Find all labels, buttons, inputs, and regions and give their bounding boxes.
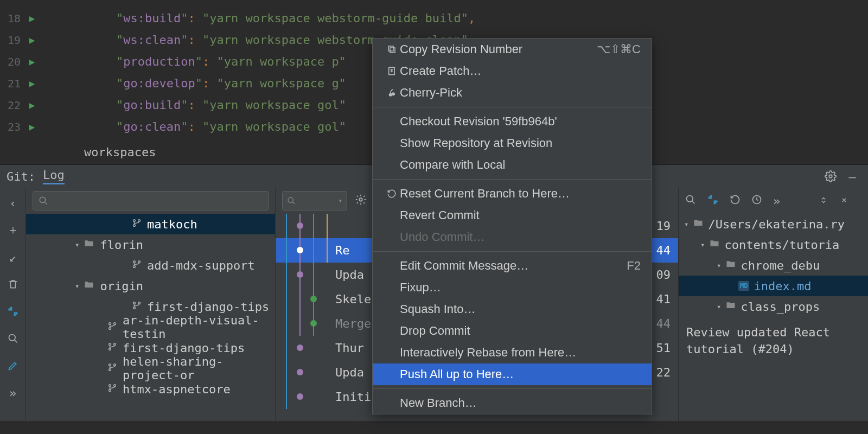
commit-time: 09: [649, 268, 678, 282]
branch-folder[interactable]: ▾florin: [26, 234, 275, 255]
branch-search-input[interactable]: [33, 191, 269, 210]
chevron-down-icon[interactable]: ▾: [75, 282, 79, 290]
commit-search-input[interactable]: ▾: [282, 191, 347, 210]
file-tree-folder[interactable]: ▾class_props: [679, 296, 868, 317]
branch-icon: [132, 258, 142, 272]
code-line[interactable]: 18▶"ws:build": "yarn workspace webstorm-…: [0, 8, 868, 29]
run-gutter-icon[interactable]: ▶: [24, 73, 40, 94]
minimize-icon[interactable]: —: [843, 167, 861, 186]
svg-point-25: [359, 198, 362, 201]
file-tree-label: index.md: [754, 279, 811, 293]
commit-time: 51: [649, 341, 678, 355]
menu-item[interactable]: Edit Commit Message…F2: [373, 255, 652, 277]
menu-item[interactable]: Create Patch…: [373, 60, 652, 82]
svg-point-59: [389, 93, 392, 97]
branch-item[interactable]: ar-in-depth-visual-testin: [26, 317, 275, 337]
details-history-icon[interactable]: [751, 194, 762, 208]
menu-label: Create Patch…: [400, 64, 641, 78]
file-tree-folder[interactable]: ▾/Users/ekaterina.ry: [679, 214, 868, 234]
svg-point-47: [310, 320, 317, 327]
line-number: 21: [0, 73, 24, 94]
branch-folder[interactable]: ▾origin: [26, 276, 275, 296]
git-log-tab[interactable]: Log: [43, 168, 65, 184]
collapse-all-icon[interactable]: [841, 194, 851, 208]
menu-item[interactable]: Compare with Local: [373, 154, 652, 176]
compare-icon[interactable]: [3, 302, 23, 321]
back-icon[interactable]: ‹: [3, 193, 23, 213]
more-icon[interactable]: »: [3, 383, 23, 403]
chevron-down-icon[interactable]: ▾: [700, 240, 705, 249]
undo-icon: [384, 189, 400, 199]
branch-item[interactable]: matkoch: [26, 214, 275, 234]
menu-shortcut: F2: [627, 259, 641, 273]
menu-label: Compare with Local: [400, 158, 641, 172]
gear-icon[interactable]: [821, 167, 840, 186]
svg-point-8: [138, 260, 141, 263]
run-gutter-icon[interactable]: ▶: [24, 29, 40, 51]
commit-graph-segment: [276, 311, 335, 336]
search-icon[interactable]: [3, 329, 23, 348]
patch-icon: [384, 66, 400, 76]
chevron-down-icon[interactable]: ▾: [75, 240, 79, 249]
menu-label: Drop Commit: [400, 324, 641, 338]
commit-time: 44: [649, 317, 678, 330]
delete-icon[interactable]: [3, 275, 23, 294]
context-menu: Copy Revision Number⌥⇧⌘CCreate Patch…Che…: [372, 38, 652, 414]
cherry-icon: [384, 88, 400, 98]
graph-settings-icon[interactable]: [355, 194, 367, 208]
branch-icon: [107, 382, 117, 395]
menu-item[interactable]: Copy Revision Number⌥⇧⌘C: [373, 39, 652, 60]
folder-icon: [84, 279, 94, 293]
run-gutter-icon[interactable]: ▶: [24, 94, 40, 116]
details-diff-icon[interactable]: [707, 194, 719, 208]
menu-item[interactable]: Push All up to Here…: [373, 363, 652, 385]
menu-label: Show Repository at Revision: [400, 136, 641, 150]
svg-point-21: [109, 384, 111, 386]
details-more-icon[interactable]: »: [773, 194, 780, 208]
svg-point-0: [829, 175, 832, 178]
menu-item[interactable]: Show Repository at Revision: [373, 132, 652, 154]
menu-item[interactable]: Checkout Revision '59fb964b': [373, 111, 652, 132]
menu-item[interactable]: Squash Into…: [373, 298, 652, 320]
chevron-down-icon[interactable]: ▾: [717, 261, 721, 270]
chevron-down-icon[interactable]: ▾: [684, 220, 688, 228]
details-revert-icon[interactable]: [730, 194, 741, 208]
run-gutter-icon[interactable]: ▶: [24, 8, 40, 29]
file-tree-file[interactable]: MDindex.md: [679, 276, 868, 296]
expand-all-icon[interactable]: [820, 194, 830, 208]
svg-point-35: [297, 247, 303, 253]
svg-point-60: [392, 92, 395, 95]
menu-item[interactable]: Interactively Rebase from Here…: [373, 342, 652, 363]
branch-item[interactable]: helen-sharing-project-or: [26, 358, 275, 379]
file-tree-folder[interactable]: ▾contents/tutoria: [679, 234, 868, 255]
edit-icon[interactable]: [3, 356, 23, 375]
svg-point-2: [40, 197, 46, 203]
tree-label: origin: [100, 279, 143, 293]
checkout-icon[interactable]: ↙: [3, 247, 23, 267]
svg-point-4: [133, 224, 136, 226]
svg-point-15: [109, 343, 111, 345]
menu-item[interactable]: Fixup…: [373, 277, 652, 298]
chevron-down-icon[interactable]: ▾: [717, 302, 721, 311]
line-number: 20: [0, 51, 24, 73]
svg-point-13: [109, 327, 111, 329]
svg-point-10: [133, 307, 136, 309]
menu-item[interactable]: New Branch…: [373, 392, 652, 414]
menu-label: Edit Commit Message…: [400, 259, 627, 273]
menu-item[interactable]: Cherry-Pick: [373, 82, 652, 104]
menu-item[interactable]: Reset Current Branch to Here…: [373, 183, 652, 205]
menu-item[interactable]: Revert Commit: [373, 205, 652, 226]
git-label: Git:: [7, 170, 35, 183]
svg-point-43: [310, 296, 317, 302]
details-search-icon[interactable]: [685, 194, 696, 208]
add-icon[interactable]: ＋: [3, 220, 23, 240]
line-number: 18: [0, 8, 24, 29]
run-gutter-icon[interactable]: ▶: [24, 51, 40, 73]
commit-summary: Review updated React tutorial (#204): [679, 317, 868, 366]
branch-item[interactable]: add-mdx-support: [26, 255, 275, 276]
file-tree-folder[interactable]: ▾chrome_debu: [679, 255, 868, 276]
commit-time: 41: [649, 292, 678, 306]
menu-label: Checkout Revision '59fb964b': [400, 114, 641, 129]
run-gutter-icon[interactable]: ▶: [24, 116, 40, 138]
menu-item[interactable]: Drop Commit: [373, 320, 652, 342]
